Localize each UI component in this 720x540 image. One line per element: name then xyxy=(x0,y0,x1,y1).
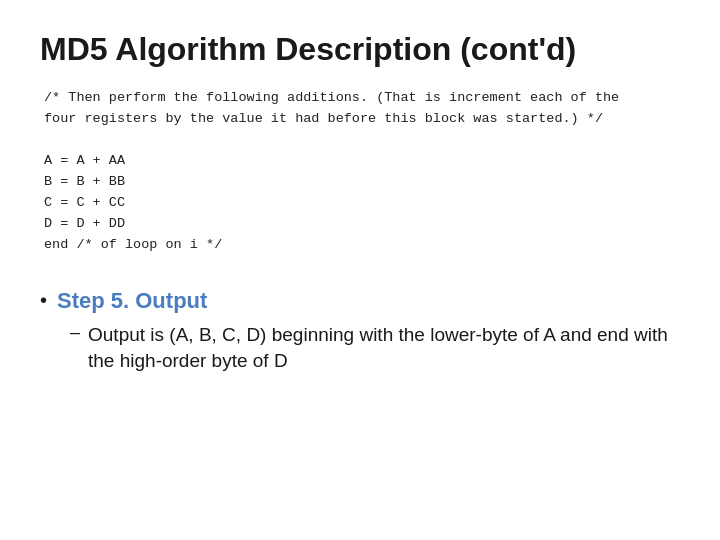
code-line-5: B = B + BB xyxy=(44,172,680,193)
code-line-2: four registers by the value it had befor… xyxy=(44,109,680,130)
code-line-4: A = A + AA xyxy=(44,151,680,172)
code-line-8: end /* of loop on i */ xyxy=(44,235,680,256)
sub-bullet-dash-icon: – xyxy=(70,322,80,343)
code-line-7: D = D + DD xyxy=(44,214,680,235)
code-line-6: C = C + CC xyxy=(44,193,680,214)
sub-bullet: – Output is (A, B, C, D) beginning with … xyxy=(40,322,680,375)
bullet-item: • Step 5. Output xyxy=(40,288,680,314)
sub-bullet-text: Output is (A, B, C, D) beginning with th… xyxy=(88,322,680,375)
code-line-1: /* Then perform the following additions.… xyxy=(44,88,680,109)
code-block: /* Then perform the following additions.… xyxy=(40,88,680,255)
bullet-dot-icon: • xyxy=(40,289,47,312)
slide: MD5 Algorithm Description (cont'd) /* Th… xyxy=(0,0,720,540)
code-line-3 xyxy=(44,130,680,151)
bullet-title: Step 5. Output xyxy=(57,288,207,314)
slide-title: MD5 Algorithm Description (cont'd) xyxy=(40,30,680,68)
bullet-section: • Step 5. Output – Output is (A, B, C, D… xyxy=(40,288,680,375)
